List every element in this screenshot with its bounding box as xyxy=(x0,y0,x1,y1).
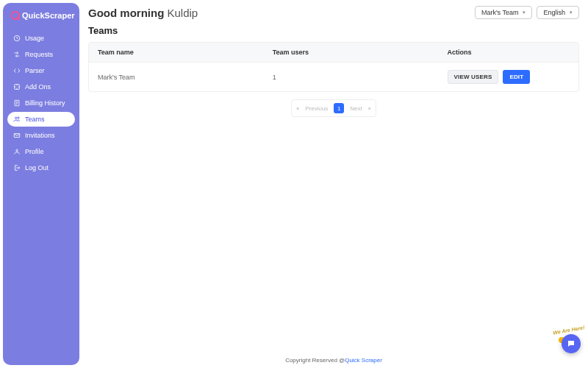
brand-logo: QuickScraper xyxy=(7,10,75,21)
sidebar-item-invitations[interactable]: Invitations xyxy=(7,128,75,143)
sidebar-item-label: Parser xyxy=(25,67,45,74)
clock-icon xyxy=(13,35,21,42)
footer-link[interactable]: Quick Scraper xyxy=(345,357,382,364)
users-icon xyxy=(13,116,21,123)
pager-prev-arrow-icon: « xyxy=(296,106,299,111)
svg-point-7 xyxy=(16,149,18,152)
brand-name: QuickScraper xyxy=(22,11,75,20)
sidebar-item-parser[interactable]: Parser xyxy=(7,63,75,78)
footer-text: Copyright Reserved @ xyxy=(285,357,345,364)
main-content: Good morning Kuldip Mark's Team ▾ Englis… xyxy=(82,0,588,368)
sidebar-item-requests[interactable]: Requests xyxy=(7,47,75,62)
greeting-prefix: Good morning xyxy=(88,7,164,19)
sidebar-item-label: Add Ons xyxy=(25,83,51,91)
pager-prev: Previous xyxy=(305,105,328,112)
greeting-name: Kuldip xyxy=(168,7,198,19)
sidebar-item-label: Requests xyxy=(25,51,53,58)
brand-logo-icon xyxy=(10,10,21,21)
chevron-down-icon: ▾ xyxy=(523,10,526,15)
sidebar-item-label: Usage xyxy=(25,35,44,42)
pager-box: « Previous 1 Next » xyxy=(291,99,376,117)
cell-actions: VIEW USERS EDIT xyxy=(448,70,570,84)
page-title: Teams xyxy=(88,25,579,36)
footer: Copyright Reserved @Quick Scraper xyxy=(88,353,579,365)
view-users-button[interactable]: VIEW USERS xyxy=(448,70,499,84)
cell-team-name: Mark's Team xyxy=(98,74,273,81)
sidebar: QuickScraper Usage Requests Parser Add O… xyxy=(3,3,79,365)
sidebar-item-logout[interactable]: Log Out xyxy=(7,160,75,175)
sidebar-item-teams[interactable]: Teams xyxy=(7,112,75,127)
sidebar-item-label: Log Out xyxy=(25,164,49,171)
team-selector-label: Mark's Team xyxy=(481,9,519,16)
mail-icon xyxy=(13,132,21,139)
greeting: Good morning Kuldip xyxy=(88,7,198,19)
pager: « Previous 1 Next » xyxy=(88,99,579,117)
table-header: Team name Team users Actions xyxy=(89,43,578,62)
team-selector[interactable]: Mark's Team ▾ xyxy=(475,6,533,19)
pager-current[interactable]: 1 xyxy=(334,103,344,113)
logout-icon xyxy=(13,164,21,171)
teams-table: Team name Team users Actions Mark's Team… xyxy=(88,42,579,92)
table-row: Mark's Team 1 VIEW USERS EDIT xyxy=(89,62,578,91)
top-controls: Mark's Team ▾ English ▾ xyxy=(475,6,579,19)
arrows-icon xyxy=(13,51,21,58)
col-team-name: Team name xyxy=(98,49,273,56)
sidebar-item-label: Profile xyxy=(25,148,44,155)
sidebar-item-label: Teams xyxy=(25,116,45,123)
help-chat-button[interactable] xyxy=(562,334,581,353)
svg-point-4 xyxy=(15,117,18,119)
chat-icon xyxy=(567,339,576,348)
sidebar-item-profile[interactable]: Profile xyxy=(7,144,75,159)
sidebar-item-label: Billing History xyxy=(25,99,65,107)
topbar: Good morning Kuldip Mark's Team ▾ Englis… xyxy=(88,6,579,19)
sidebar-item-usage[interactable]: Usage xyxy=(7,31,75,46)
pager-next-arrow-icon: » xyxy=(368,106,371,111)
receipt-icon xyxy=(13,99,21,107)
chevron-down-icon: ▾ xyxy=(570,10,573,15)
col-actions: Actions xyxy=(448,49,570,56)
language-selector-label: English xyxy=(543,9,565,16)
puzzle-icon xyxy=(13,83,21,91)
pager-next: Next xyxy=(350,105,362,112)
col-team-users: Team users xyxy=(273,49,448,56)
sidebar-item-label: Invitations xyxy=(25,132,55,139)
sidebar-nav: Usage Requests Parser Add Ons Billing Hi… xyxy=(7,31,75,175)
user-icon xyxy=(13,148,21,155)
language-selector[interactable]: English ▾ xyxy=(537,6,579,19)
svg-point-5 xyxy=(18,117,19,118)
sidebar-item-addons[interactable]: Add Ons xyxy=(7,79,75,94)
edit-button[interactable]: EDIT xyxy=(503,70,530,84)
code-icon xyxy=(13,67,21,74)
sidebar-item-billing[interactable]: Billing History xyxy=(7,96,75,110)
cell-team-users: 1 xyxy=(273,74,448,81)
